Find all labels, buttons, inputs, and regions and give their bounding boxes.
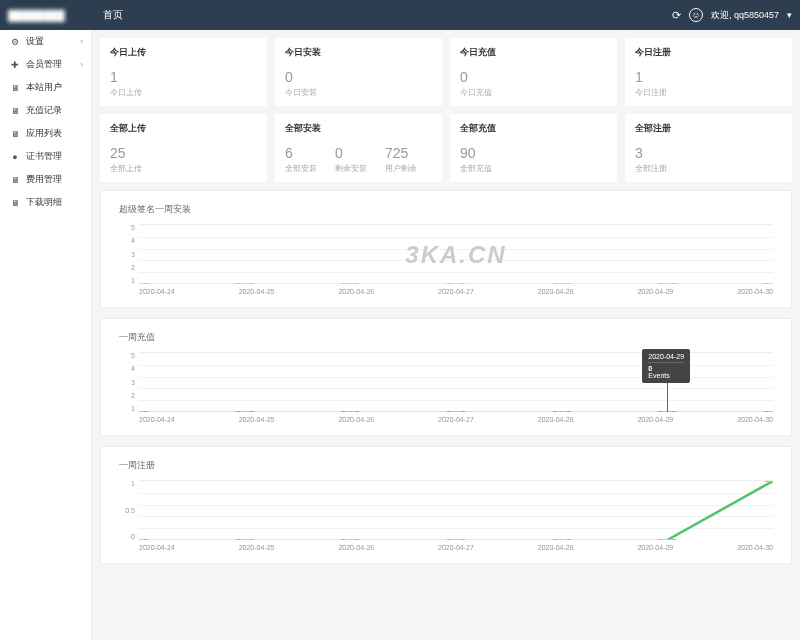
chart-plot[interactable]: 2020-04-290Events <box>139 352 773 412</box>
card-title: 今日充值 <box>460 46 607 59</box>
y-axis: 10.50 <box>119 480 139 540</box>
sidebar-item-6[interactable]: 🖥费用管理 <box>0 168 91 191</box>
stat-number: 1 <box>110 69 142 85</box>
sidebar-icon: 🖥 <box>8 83 22 93</box>
chevron-right-icon: › <box>80 60 83 69</box>
sidebar-item-2[interactable]: 🖥本站用户 <box>0 76 91 99</box>
sidebar-icon: 🖥 <box>8 198 22 208</box>
stat-number: 25 <box>110 145 142 161</box>
chart-plot[interactable]: 3KA.CN <box>139 224 773 284</box>
sidebar-icon: 🖥 <box>8 129 22 139</box>
stat-label: 今日上传 <box>110 87 142 98</box>
stat-number: 1 <box>635 69 667 85</box>
sidebar-icon: ● <box>8 152 22 162</box>
svg-point-6 <box>765 283 773 284</box>
stat-number: 0 <box>285 69 317 85</box>
header-right: ⟳ ☺ 欢迎, qq5850457 ▾ <box>672 8 792 22</box>
main-content: 今日上传1今日上传今日安装0今日安装今日充值0今日充值今日注册1今日注册 全部上… <box>92 30 800 640</box>
stat-number: 0 <box>460 69 492 85</box>
chart-box: 超级签名一周安装543213KA.CN2020-04-242020-04-252… <box>100 190 792 308</box>
chart-tooltip: 2020-04-290Events <box>642 349 690 383</box>
stat-label: 用户剩余 <box>385 163 417 174</box>
sidebar-label: 充值记录 <box>26 104 62 117</box>
svg-point-15 <box>237 539 252 540</box>
card-title: 全部充值 <box>460 122 607 135</box>
stat-number: 3 <box>635 145 667 161</box>
stat-card: 全部充值90全部充值 <box>450 114 617 182</box>
svg-point-9 <box>343 411 358 412</box>
sidebar-label: 会员管理 <box>26 58 62 71</box>
chart-plot[interactable] <box>139 480 773 540</box>
brand-logo: ████████ <box>8 10 93 21</box>
chevron-right-icon: › <box>80 37 83 46</box>
sidebar-icon: 🖥 <box>8 106 22 116</box>
svg-point-2 <box>343 283 358 284</box>
card-title: 全部安装 <box>285 122 432 135</box>
card-title: 全部注册 <box>635 122 782 135</box>
svg-point-5 <box>660 283 675 284</box>
stat-number: 0 <box>335 145 367 161</box>
welcome-text: 欢迎, qq5850457 <box>711 9 779 22</box>
chart-title: 一周充值 <box>119 331 773 344</box>
card-title: 全部上传 <box>110 122 257 135</box>
stat-number: 90 <box>460 145 492 161</box>
x-axis: 2020-04-242020-04-252020-04-262020-04-27… <box>139 288 773 295</box>
svg-point-4 <box>554 283 569 284</box>
svg-point-16 <box>343 539 358 540</box>
svg-point-11 <box>554 411 569 412</box>
svg-point-19 <box>660 539 675 540</box>
user-avatar-icon[interactable]: ☺ <box>689 8 703 22</box>
sidebar-label: 证书管理 <box>26 150 62 163</box>
card-title: 今日注册 <box>635 46 782 59</box>
stat-card: 全部安装6全部安装0剩余安装725用户剩余 <box>275 114 442 182</box>
stat-card: 今日充值0今日充值 <box>450 38 617 106</box>
stat-card: 全部注册3全部注册 <box>625 114 792 182</box>
card-title: 今日上传 <box>110 46 257 59</box>
svg-point-18 <box>554 539 569 540</box>
sidebar-item-5[interactable]: ●证书管理 <box>0 145 91 168</box>
stat-card: 今日安装0今日安装 <box>275 38 442 106</box>
stat-label: 今日充值 <box>460 87 492 98</box>
sidebar-item-3[interactable]: 🖥充值记录 <box>0 99 91 122</box>
stat-label: 今日安装 <box>285 87 317 98</box>
sidebar-icon: ✚ <box>8 60 22 70</box>
svg-point-0 <box>139 283 147 284</box>
stat-label: 今日注册 <box>635 87 667 98</box>
nav-home[interactable]: 首页 <box>93 8 133 22</box>
svg-point-20 <box>765 481 773 482</box>
sidebar: ⚙设置›✚会员管理›🖥本站用户🖥充值记录🖥应用列表●证书管理🖥费用管理🖥下载明细 <box>0 30 92 640</box>
sidebar-item-4[interactable]: 🖥应用列表 <box>0 122 91 145</box>
chart-title: 一周注册 <box>119 459 773 472</box>
sidebar-item-0[interactable]: ⚙设置› <box>0 30 91 53</box>
stat-label: 全部上传 <box>110 163 142 174</box>
sidebar-label: 应用列表 <box>26 127 62 140</box>
watermark: 3KA.CN <box>405 241 506 269</box>
stat-card: 今日注册1今日注册 <box>625 38 792 106</box>
user-caret-icon[interactable]: ▾ <box>787 10 792 20</box>
sidebar-label: 本站用户 <box>26 81 62 94</box>
x-axis: 2020-04-242020-04-252020-04-262020-04-27… <box>139 416 773 423</box>
stat-number: 6 <box>285 145 317 161</box>
refresh-icon[interactable]: ⟳ <box>672 9 681 22</box>
svg-point-3 <box>448 283 463 284</box>
cards-row-total: 全部上传25全部上传全部安装6全部安装0剩余安装725用户剩余全部充值90全部充… <box>100 114 792 182</box>
sidebar-icon: 🖥 <box>8 175 22 185</box>
x-axis: 2020-04-242020-04-252020-04-262020-04-27… <box>139 544 773 551</box>
stat-card: 全部上传25全部上传 <box>100 114 267 182</box>
y-axis: 54321 <box>119 352 139 412</box>
svg-point-7 <box>139 411 147 412</box>
stat-label: 全部安装 <box>285 163 317 174</box>
chart-box: 一周充值543212020-04-290Events2020-04-242020… <box>100 318 792 436</box>
svg-point-1 <box>237 283 252 284</box>
stat-label: 全部注册 <box>635 163 667 174</box>
svg-point-14 <box>139 539 147 540</box>
sidebar-label: 设置 <box>26 35 44 48</box>
stat-number: 725 <box>385 145 417 161</box>
sidebar-label: 下载明细 <box>26 196 62 209</box>
sidebar-icon: ⚙ <box>8 37 22 47</box>
svg-point-17 <box>448 539 463 540</box>
svg-point-13 <box>765 411 773 412</box>
top-header: ████████ 首页 ⟳ ☺ 欢迎, qq5850457 ▾ <box>0 0 800 30</box>
sidebar-item-7[interactable]: 🖥下载明细 <box>0 191 91 214</box>
sidebar-item-1[interactable]: ✚会员管理› <box>0 53 91 76</box>
